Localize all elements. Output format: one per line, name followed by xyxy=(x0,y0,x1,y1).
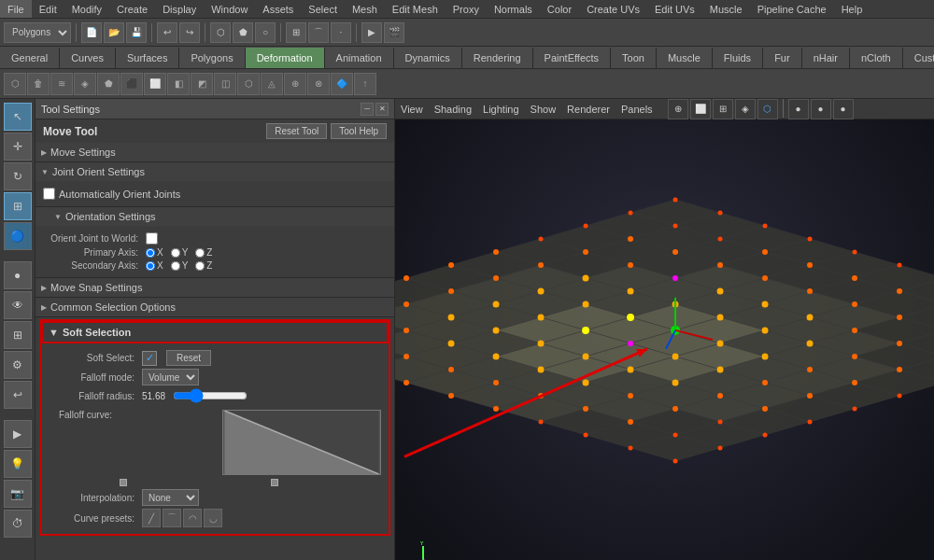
curve-handle-right[interactable] xyxy=(271,479,278,486)
curve-preset-3[interactable]: ◠ xyxy=(183,509,202,527)
viewport-menu-panels[interactable]: Panels xyxy=(621,104,653,115)
tab-toon[interactable]: Toon xyxy=(611,48,657,68)
camera-btn[interactable]: 📷 xyxy=(4,480,32,508)
shelf-icon-6[interactable]: ⬛ xyxy=(120,73,143,95)
menu-select[interactable]: Select xyxy=(301,0,345,18)
menu-edit-mesh[interactable]: Edit Mesh xyxy=(385,0,446,18)
move-settings-header[interactable]: ▶ Move Settings xyxy=(35,143,394,161)
falloff-radius-slider[interactable] xyxy=(173,388,248,403)
vp-sphere-2[interactable]: ● xyxy=(811,99,831,119)
soft-select-tool-btn[interactable]: 🔵 xyxy=(4,222,32,250)
tab-general[interactable]: General xyxy=(0,48,60,68)
falloff-mode-select[interactable]: Volume Surface Global Object xyxy=(142,369,199,385)
tab-fluids[interactable]: Fluids xyxy=(713,48,763,68)
menu-mesh[interactable]: Mesh xyxy=(345,0,385,18)
tab-muscle[interactable]: Muscle xyxy=(657,48,713,68)
menu-create[interactable]: Create xyxy=(109,0,155,18)
menu-modify[interactable]: Modify xyxy=(64,0,109,18)
shelf-icon-16[interactable]: ↑ xyxy=(354,73,376,95)
tool-help-btn[interactable]: Tool Help xyxy=(331,123,387,139)
tab-fur[interactable]: Fur xyxy=(763,48,802,68)
orientation-header[interactable]: ▼ Orientation Settings xyxy=(35,207,394,226)
tab-ncloth[interactable]: nCloth xyxy=(850,48,903,68)
shelf-icon-1[interactable]: ⬡ xyxy=(4,73,26,95)
save-btn[interactable]: 💾 xyxy=(126,22,147,43)
snap-point-btn[interactable]: · xyxy=(331,22,351,43)
tab-curves[interactable]: Curves xyxy=(60,48,116,68)
tools-btn[interactable]: ⚙ xyxy=(4,351,32,379)
render-btn[interactable]: ▶ xyxy=(361,22,382,43)
menu-create-uvs[interactable]: Create UVs xyxy=(579,0,647,18)
primary-y-radio[interactable]: Y xyxy=(171,247,189,258)
shelf-icon-11[interactable]: ⬡ xyxy=(237,73,260,95)
tab-nhair[interactable]: nHair xyxy=(802,48,850,68)
menu-window[interactable]: Window xyxy=(204,0,255,18)
vp-btn-5[interactable]: ⬡ xyxy=(757,99,778,119)
menu-proxy[interactable]: Proxy xyxy=(446,0,487,18)
new-scene-btn[interactable]: 📄 xyxy=(81,22,102,43)
ipr-btn[interactable]: 🎬 xyxy=(384,22,404,43)
menu-edit[interactable]: Edit xyxy=(32,0,64,18)
secondary-z-radio[interactable]: Z xyxy=(195,260,212,271)
menu-normals[interactable]: Normals xyxy=(487,0,540,18)
soft-select-reset-btn[interactable]: Reset xyxy=(166,350,211,366)
panel-close-btn[interactable]: ✕ xyxy=(375,103,389,116)
tab-custom[interactable]: Custom xyxy=(903,48,934,68)
tab-rendering[interactable]: Rendering xyxy=(462,48,533,68)
panel-minimize-btn[interactable]: ─ xyxy=(361,103,374,116)
auto-orient-checkbox[interactable] xyxy=(43,188,55,200)
shelf-icon-9[interactable]: ◩ xyxy=(191,73,213,95)
shelf-icon-5[interactable]: ⬟ xyxy=(97,73,120,95)
viewport-menu-lighting[interactable]: Lighting xyxy=(483,104,519,115)
paint-tool-btn[interactable]: ● xyxy=(4,261,32,289)
open-btn[interactable]: 📂 xyxy=(104,22,124,43)
tab-dynamics[interactable]: Dynamics xyxy=(394,48,462,68)
shelf-icon-8[interactable]: ◧ xyxy=(167,73,190,95)
tab-surfaces[interactable]: Surfaces xyxy=(116,48,179,68)
reset-tool-btn[interactable]: Reset Tool xyxy=(266,123,327,139)
select-tool-btn[interactable]: ↖ xyxy=(4,103,32,131)
tab-polygons[interactable]: Polygons xyxy=(179,48,245,68)
show-hide-btn[interactable]: 👁 xyxy=(4,291,32,319)
vp-btn-1[interactable]: ⊕ xyxy=(668,99,688,119)
paint-btn[interactable]: ○ xyxy=(255,22,276,43)
shelf-icon-4[interactable]: ◈ xyxy=(74,73,96,95)
layout-btn[interactable]: ⊞ xyxy=(4,321,32,349)
primary-x-radio[interactable]: X xyxy=(146,247,163,258)
lasso-btn[interactable]: ⬟ xyxy=(233,22,253,43)
snap-grid-btn[interactable]: ⊞ xyxy=(286,22,306,43)
rotate-tool-btn[interactable]: ↻ xyxy=(4,162,32,190)
vp-btn-4[interactable]: ◈ xyxy=(735,99,756,119)
menu-pipeline-cache[interactable]: Pipeline Cache xyxy=(750,0,834,18)
viewport-menu-show[interactable]: Show xyxy=(531,104,557,115)
orient-to-world-checkbox[interactable] xyxy=(146,232,158,245)
shelf-icon-10[interactable]: ◫ xyxy=(214,73,236,95)
soft-selection-header[interactable]: ▼ Soft Selection xyxy=(41,321,389,343)
soft-select-checkbox[interactable] xyxy=(142,351,157,366)
curve-preset-2[interactable]: ⌒ xyxy=(163,509,181,527)
vp-sphere-3[interactable]: ● xyxy=(833,99,854,119)
select-btn[interactable]: ⬡ xyxy=(210,22,231,43)
viewport-menu-shading[interactable]: Shading xyxy=(434,104,472,115)
joint-orient-header[interactable]: ▼ Joint Orient Settings xyxy=(35,162,394,181)
redo-btn[interactable]: ↪ xyxy=(179,22,200,43)
shelf-icon-13[interactable]: ⊕ xyxy=(284,73,306,95)
move-snap-header[interactable]: ▶ Move Snap Settings xyxy=(35,278,394,297)
menu-file[interactable]: File xyxy=(0,0,32,18)
shelf-icon-15[interactable]: 🔷 xyxy=(331,73,353,95)
menu-edit-uvs[interactable]: Edit UVs xyxy=(647,0,702,18)
vp-btn-3[interactable]: ⊞ xyxy=(713,99,733,119)
curve-preset-1[interactable]: ╱ xyxy=(142,509,161,527)
menu-help[interactable]: Help xyxy=(834,0,870,18)
vp-sphere-1[interactable]: ● xyxy=(788,99,809,119)
viewport-menu-view[interactable]: View xyxy=(401,104,423,115)
vp-btn-2[interactable]: ⬜ xyxy=(690,99,711,119)
shelf-icon-14[interactable]: ⊗ xyxy=(307,73,330,95)
secondary-y-radio[interactable]: Y xyxy=(171,260,189,271)
scale-tool-btn[interactable]: ⊞ xyxy=(4,192,32,220)
viewport-content[interactable]: X Y Z xyxy=(395,119,934,560)
shelf-icon-7[interactable]: ⬜ xyxy=(144,73,166,95)
interpolation-select[interactable]: None Linear Smooth Spline xyxy=(142,489,199,506)
tab-animation[interactable]: Animation xyxy=(325,48,394,68)
common-selection-header[interactable]: ▶ Common Selection Options xyxy=(35,298,394,316)
